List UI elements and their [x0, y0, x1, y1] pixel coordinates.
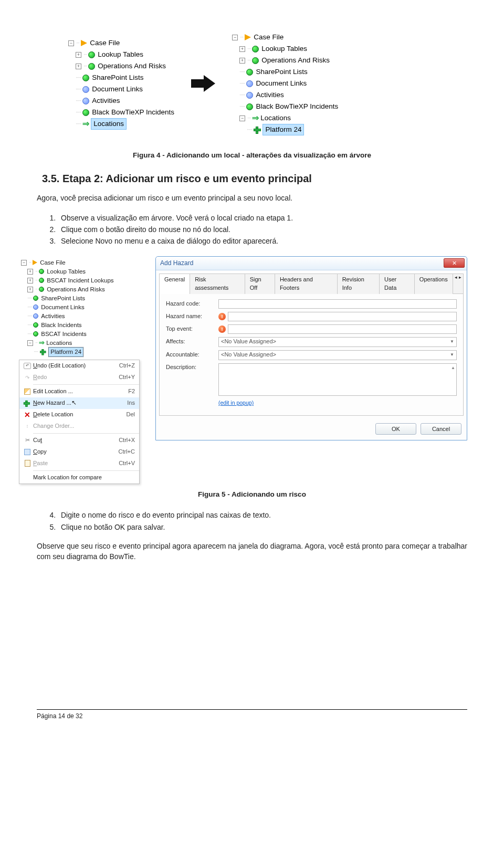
menu-copy[interactable]: CopyCtrl+C	[19, 446, 139, 458]
tree-item: Lookup Tables	[261, 44, 307, 54]
tree-item: Locations	[46, 339, 72, 348]
tree-item: Document Links	[41, 303, 84, 312]
tree-item: Activities	[256, 90, 284, 100]
context-menu: ↶UUndo (Edit Location)ndo (Edit Location…	[19, 360, 140, 484]
outro-paragraph: Observe que seu risco e evento principal…	[37, 541, 467, 562]
section-heading: 3.5. Etapa 2: Adicionar um risco e um ev…	[37, 171, 467, 186]
arrow-icon: ⇒	[252, 112, 259, 124]
figure4-trees: −···Case File +···Lookup Tables +···Oper…	[68, 31, 467, 135]
tree-root: Case File	[254, 32, 284, 43]
delete-icon: ✕	[24, 409, 30, 420]
tree-item: Lookup Tables	[47, 267, 86, 276]
paste-icon	[25, 460, 30, 467]
step-item: Clique no botão OK para salvar.	[58, 522, 467, 532]
dialog-tabs: General Risk assessments Sign Off Header…	[156, 270, 467, 294]
menu-cut[interactable]: ✂CutCtrl+X	[19, 435, 139, 446]
tab-scroll[interactable]: ◂ ▸	[453, 274, 464, 294]
tree-item: SharePoint Lists	[92, 72, 143, 83]
tree-item: Black BowTieXP Incidents	[256, 101, 338, 112]
tree-left: −···Case File +···Lookup Tables +···Oper…	[68, 37, 174, 130]
tab-signoff[interactable]: Sign Off	[245, 274, 275, 294]
dialog-title: Add Hazard	[160, 259, 193, 268]
plus-icon	[23, 401, 28, 406]
tree-root: Case File	[90, 38, 120, 48]
tree-item: Black BowTieXP Incidents	[92, 107, 174, 118]
label-accountable: Accountable:	[166, 351, 218, 359]
close-button[interactable]: ✕	[444, 258, 465, 268]
menu-undo[interactable]: ↶UUndo (Edit Location)ndo (Edit Location…	[19, 360, 139, 372]
chevron-down-icon: ▼	[450, 339, 454, 345]
label-description: Description:	[166, 363, 218, 372]
tree-item-selected[interactable]: Locations	[91, 118, 127, 130]
page-footer: Página 14 de 32	[37, 709, 467, 721]
tree-item: Operations And Risks	[98, 61, 166, 71]
tree-item: Locations	[260, 113, 291, 123]
tree-item: Document Links	[256, 78, 307, 89]
cursor-icon: ↖	[71, 399, 77, 406]
step-item: Clique com o botão direito do mouse no n…	[58, 224, 467, 235]
tree-item: SharePoint Lists	[41, 294, 85, 303]
steps-list-b: Digite o nome do risco e do evento princ…	[58, 510, 467, 532]
figure5-composite: −··Case File +··Lookup Tables +··BSCAT I…	[21, 256, 467, 484]
plus-icon	[40, 349, 45, 354]
input-hazard-code[interactable]	[218, 299, 457, 309]
big-arrow-icon	[190, 73, 216, 94]
edit-in-popup-link[interactable]: (edit in popup)	[218, 399, 254, 407]
select-affects[interactable]: <No Value Assigned>▼	[218, 337, 457, 347]
label-affects: Affects:	[166, 338, 218, 346]
warning-icon: !	[218, 313, 226, 320]
tree-item: BSCAT Incident Lookups	[47, 276, 113, 285]
input-top-event[interactable]	[228, 324, 457, 334]
tab-general[interactable]: General	[159, 274, 190, 294]
tree-item: BSCAT Incidents	[41, 330, 87, 339]
select-accountable[interactable]: <No Value Assigned>▼	[218, 350, 457, 360]
chevron-down-icon: ▼	[450, 352, 454, 358]
step-item: Digite o nome do risco e do evento princ…	[58, 510, 467, 520]
tree-item: Lookup Tables	[98, 49, 143, 60]
copy-icon	[24, 449, 30, 455]
tree-root: Case File	[40, 258, 66, 267]
tree-right: −···Case File +···Lookup Tables +···Oper…	[232, 31, 338, 135]
menu-redo: ↷RedoCtrl+Y	[19, 372, 139, 383]
order-icon: ↕	[26, 423, 29, 430]
input-hazard-name[interactable]	[228, 312, 457, 321]
tree-item: Operations And Risks	[261, 55, 330, 66]
figure4-caption: Figura 4 - Adicionando um local - altera…	[37, 150, 467, 161]
step-item: Selecione Novo no menu e a caixa de diál…	[58, 236, 467, 246]
undo-icon: ↶	[24, 363, 31, 369]
label-hazard-name: Hazard name:	[166, 312, 218, 321]
tree-item: Activities	[92, 96, 120, 106]
warning-icon: !	[218, 325, 226, 333]
tab-headers[interactable]: Headers and Footers	[275, 274, 338, 294]
textarea-description[interactable]: ▲	[218, 363, 457, 396]
arrow-icon: ⇒	[39, 338, 45, 348]
tab-revision[interactable]: Revision Info	[337, 274, 380, 294]
tab-userdata[interactable]: User Data	[379, 274, 415, 294]
plus-icon	[254, 127, 260, 133]
add-hazard-dialog: Add Hazard ✕ General Risk assessments Si…	[155, 256, 467, 440]
menu-delete[interactable]: ✕Delete LocationDel	[19, 409, 139, 421]
label-top-event: Top event:	[166, 325, 218, 333]
cancel-button[interactable]: Cancel	[421, 423, 461, 435]
tree-item: SharePoint Lists	[256, 67, 307, 77]
redo-icon: ↷	[24, 374, 31, 381]
intro-paragraph: Agora, você precisa adicionar um risco e…	[37, 193, 467, 203]
edit-icon	[24, 388, 30, 395]
menu-edit[interactable]: Edit Location ...F2	[19, 386, 139, 397]
tree-item: Black Incidents	[41, 321, 81, 330]
steps-list-a: Observe a visualização em árvore. Você v…	[58, 213, 467, 247]
ok-button[interactable]: OK	[375, 423, 416, 435]
tree-item: Operations And Risks	[47, 285, 105, 294]
cut-icon: ✂	[25, 436, 30, 445]
menu-paste: PasteCtrl+V	[19, 458, 139, 469]
tree-item-new[interactable]: Platform 24	[262, 124, 304, 135]
step-item: Observe a visualização em árvore. Você v…	[58, 213, 467, 223]
tab-risk[interactable]: Risk assessments	[190, 274, 245, 294]
menu-mark-compare[interactable]: Mark Location for compare	[19, 472, 139, 484]
figure5-caption: Figura 5 - Adicionando um risco	[37, 489, 467, 500]
menu-change-order: ↕Change Order...	[19, 421, 139, 432]
label-hazard-code: Hazard code:	[166, 300, 218, 308]
tab-operations[interactable]: Operations	[414, 274, 453, 294]
tree-item-selected[interactable]: Platform 24	[48, 347, 83, 357]
menu-new-hazard[interactable]: New Hazard ... ↖Ins	[19, 397, 139, 409]
